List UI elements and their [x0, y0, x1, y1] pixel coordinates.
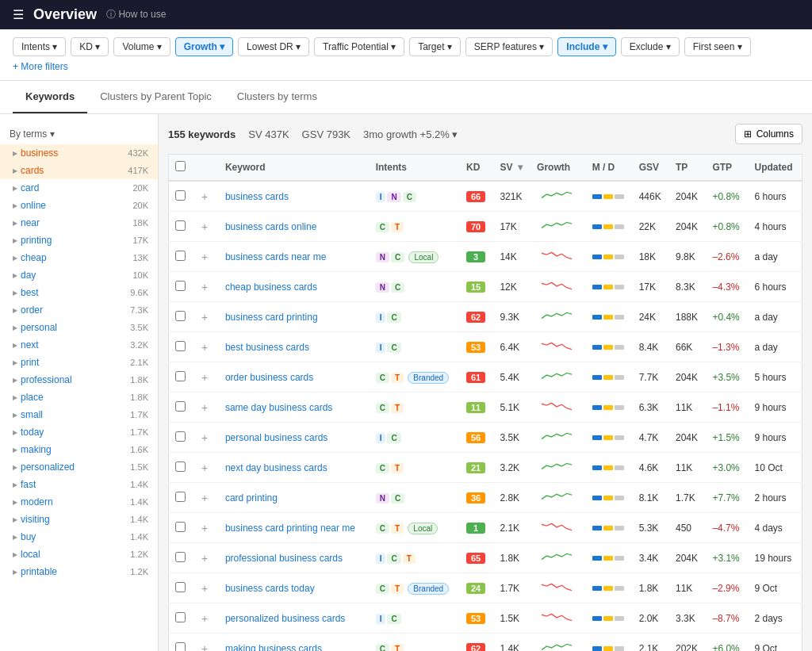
sidebar-item-local[interactable]: ▶ local 1.2K [0, 546, 158, 563]
add-keyword-btn[interactable]: + [198, 190, 211, 203]
row-checkbox-cell[interactable] [169, 272, 193, 302]
row-checkbox[interactable] [175, 552, 186, 562]
keyword-link[interactable]: best business cards [225, 342, 309, 353]
help-link[interactable]: ⓘ How to use [106, 8, 166, 21]
keyword-link[interactable]: same day business cards [225, 402, 332, 413]
th-sv[interactable]: SV ▾ [493, 155, 530, 182]
row-checkbox[interactable] [175, 311, 186, 321]
keyword-link[interactable]: next day business cards [225, 462, 327, 473]
row-add-cell[interactable]: + [192, 393, 219, 423]
row-checkbox-cell[interactable] [169, 573, 193, 603]
row-add-cell[interactable]: + [192, 362, 219, 393]
tab-clusters-by-terms[interactable]: Clusters by terms [224, 81, 330, 113]
columns-button[interactable]: ⊞ Columns [735, 124, 802, 144]
row-checkbox[interactable] [175, 220, 186, 231]
sidebar-item-next[interactable]: ▶ next 3.2K [0, 336, 158, 354]
row-add-cell[interactable]: + [192, 181, 219, 212]
row-add-cell[interactable]: + [192, 423, 219, 453]
row-add-cell[interactable]: + [192, 212, 219, 242]
sidebar-item-printing[interactable]: ▶ printing 17K [0, 232, 158, 249]
add-keyword-btn[interactable]: + [198, 612, 211, 625]
th-intents[interactable]: Intents [370, 155, 460, 182]
th-tp[interactable]: TP [669, 155, 706, 182]
sidebar-item-personal[interactable]: ▶ personal 3.5K [0, 319, 158, 336]
filter-intents-btn[interactable]: Intents ▾ [13, 37, 66, 56]
add-keyword-btn[interactable]: + [198, 220, 211, 233]
row-checkbox-cell[interactable] [169, 634, 193, 652]
sidebar-item-order[interactable]: ▶ order 7.3K [0, 301, 158, 319]
row-checkbox-cell[interactable] [169, 423, 193, 453]
row-add-cell[interactable]: + [192, 483, 219, 513]
keyword-link[interactable]: business card printing near me [225, 523, 355, 534]
filter-include-btn[interactable]: Include ▾ [557, 37, 615, 56]
add-keyword-btn[interactable]: + [198, 492, 211, 504]
sidebar-item-cards[interactable]: ▶ cards 417K [0, 162, 158, 179]
row-checkbox-cell[interactable] [169, 513, 193, 543]
row-add-cell[interactable]: + [192, 543, 219, 573]
th-kd[interactable]: KD [460, 155, 493, 182]
row-add-cell[interactable]: + [192, 573, 219, 603]
row-checkbox-cell[interactable] [169, 543, 193, 573]
row-checkbox-cell[interactable] [169, 393, 193, 423]
th-checkbox[interactable] [169, 155, 193, 182]
sidebar-item-print[interactable]: ▶ print 2.1K [0, 354, 158, 371]
sidebar-item-best[interactable]: ▶ best 9.6K [0, 284, 158, 301]
filter-serp-features-btn[interactable]: SERP features ▾ [465, 37, 553, 56]
row-checkbox[interactable] [175, 281, 186, 291]
row-checkbox-cell[interactable] [169, 603, 193, 634]
keyword-link[interactable]: business card printing [225, 312, 318, 323]
row-checkbox[interactable] [175, 190, 186, 201]
th-growth[interactable]: Growth [530, 155, 586, 182]
select-all-checkbox[interactable] [175, 161, 186, 171]
row-checkbox[interactable] [175, 461, 186, 472]
row-checkbox-cell[interactable] [169, 362, 193, 393]
row-checkbox[interactable] [175, 401, 186, 412]
row-checkbox[interactable] [175, 371, 186, 381]
row-add-cell[interactable]: + [192, 242, 219, 272]
keyword-link[interactable]: professional business cards [225, 553, 343, 564]
row-checkbox[interactable] [175, 341, 186, 351]
add-keyword-btn[interactable]: + [198, 311, 211, 324]
keyword-link[interactable]: personalized business cards [225, 613, 345, 624]
sidebar-item-small[interactable]: ▶ small 1.7K [0, 406, 158, 423]
row-checkbox-cell[interactable] [169, 453, 193, 483]
sidebar-item-card[interactable]: ▶ card 20K [0, 179, 158, 197]
row-checkbox[interactable] [175, 522, 186, 532]
row-checkbox-cell[interactable] [169, 181, 193, 212]
filter-growth-btn[interactable]: Growth ▾ [175, 37, 233, 56]
row-checkbox-cell[interactable] [169, 483, 193, 513]
sidebar-item-cheap[interactable]: ▶ cheap 13K [0, 249, 158, 266]
filter-target-btn[interactable]: Target ▾ [409, 37, 461, 56]
keyword-link[interactable]: business cards today [225, 583, 315, 594]
add-keyword-btn[interactable]: + [198, 582, 211, 595]
more-filters-btn[interactable]: + More filters [13, 61, 68, 72]
sidebar-item-personalized[interactable]: ▶ personalized 1.5K [0, 458, 158, 476]
row-checkbox[interactable] [175, 492, 186, 502]
row-checkbox-cell[interactable] [169, 212, 193, 242]
filter-kd-btn[interactable]: KD ▾ [71, 37, 109, 56]
row-add-cell[interactable]: + [192, 513, 219, 543]
sidebar-item-today[interactable]: ▶ today 1.7K [0, 423, 158, 441]
row-checkbox-cell[interactable] [169, 302, 193, 332]
row-add-cell[interactable]: + [192, 332, 219, 362]
sidebar-by-terms[interactable]: By terms ▾ [0, 124, 158, 144]
add-keyword-btn[interactable]: + [198, 461, 211, 474]
row-checkbox-cell[interactable] [169, 332, 193, 362]
th-gsv[interactable]: GSV [633, 155, 669, 182]
sidebar-item-place[interactable]: ▶ place 1.8K [0, 389, 158, 406]
row-add-cell[interactable]: + [192, 603, 219, 634]
keyword-link[interactable]: cheap business cards [225, 281, 317, 293]
row-checkbox[interactable] [175, 251, 186, 261]
th-gtp[interactable]: GTP [706, 155, 748, 182]
row-checkbox[interactable] [175, 431, 186, 442]
sidebar-item-business[interactable]: ▶ business 432K [0, 144, 158, 162]
th-updated[interactable]: Updated [748, 155, 802, 182]
sidebar-item-modern[interactable]: ▶ modern 1.4K [0, 493, 158, 511]
filter-volume-btn[interactable]: Volume ▾ [113, 37, 170, 56]
add-keyword-btn[interactable]: + [198, 401, 211, 414]
add-keyword-btn[interactable]: + [198, 522, 211, 534]
sidebar-item-online[interactable]: ▶ online 20K [0, 197, 158, 214]
keyword-link[interactable]: business cards [225, 191, 289, 202]
row-checkbox[interactable] [175, 612, 186, 622]
filter-first-seen-btn[interactable]: First seen ▾ [684, 37, 751, 56]
